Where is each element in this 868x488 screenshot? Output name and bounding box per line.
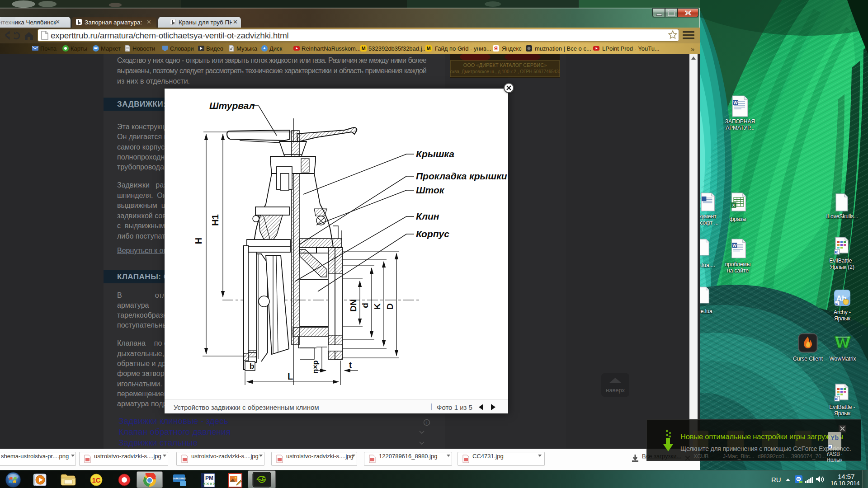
svg-text:Москва, Дмитровское ш., д.100: Москва, Дмитровское ш., д.100 к.2 , ОГРН… bbox=[450, 69, 560, 74]
svg-text:DN: DN bbox=[349, 299, 358, 311]
svg-text:✕✕✕✕: ✕✕✕✕ bbox=[203, 482, 215, 486]
svg-text:L: L bbox=[288, 371, 293, 381]
svg-text:i: i bbox=[426, 421, 427, 425]
svg-text:Шток: Шток bbox=[416, 185, 445, 195]
svg-text:Yb: Yb bbox=[830, 434, 839, 441]
svg-text:ООО «ДИРЕКТ КАТАЛОГ СЕРВИС»: ООО «ДИРЕКТ КАТАЛОГ СЕРВИС» bbox=[463, 62, 547, 68]
svg-text:X: X bbox=[732, 203, 735, 207]
svg-text:YASB -: YASB - bbox=[827, 451, 842, 457]
svg-text:Клин: Клин bbox=[416, 211, 439, 221]
svg-text:Прокладка крышки: Прокладка крышки bbox=[416, 171, 507, 181]
svg-text:W: W bbox=[732, 243, 736, 248]
svg-text:Крышка: Крышка bbox=[416, 149, 454, 159]
svg-text:n×p: n×p bbox=[311, 360, 319, 373]
svg-text:b: b bbox=[250, 362, 254, 371]
svg-text:M: M bbox=[361, 46, 365, 51]
svg-text:H: H bbox=[193, 238, 203, 244]
svg-text:Я: Я bbox=[494, 46, 498, 51]
svg-text:Корпус: Корпус bbox=[416, 229, 449, 239]
svg-text:Ярлык: Ярлык bbox=[827, 457, 842, 462]
svg-text:K: K bbox=[373, 303, 382, 310]
svg-text:1С: 1С bbox=[92, 476, 100, 484]
svg-text:d: d bbox=[360, 303, 370, 308]
svg-text:M: M bbox=[426, 46, 430, 51]
svg-text:W: W bbox=[733, 100, 738, 105]
svg-text:Штурвал: Штурвал bbox=[209, 100, 255, 111]
svg-text:наверх: наверх bbox=[606, 387, 625, 394]
svg-text:H1: H1 bbox=[210, 214, 220, 226]
svg-text:t: t bbox=[349, 361, 352, 370]
svg-text:PM: PM bbox=[205, 475, 213, 481]
svg-text:D: D bbox=[385, 303, 395, 310]
svg-text:SAMSUNG: SAMSUNG bbox=[173, 477, 186, 480]
